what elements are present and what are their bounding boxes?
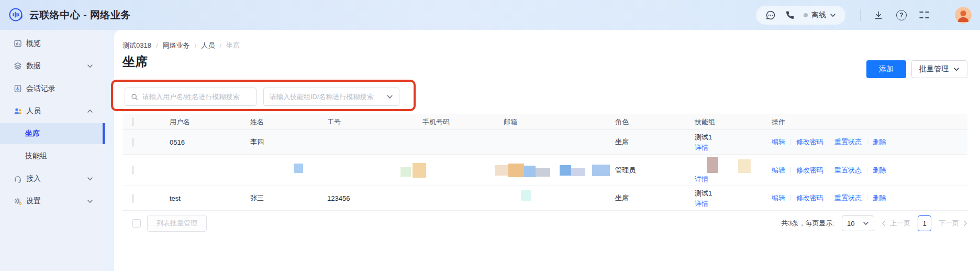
cell-username: test — [170, 194, 250, 202]
sidebar-item-data[interactable]: 数据 — [0, 56, 105, 77]
breadcrumb-separator: / — [156, 42, 158, 50]
cell-skill-group: 详情 — [695, 157, 772, 183]
chevron-up-icon — [87, 108, 93, 114]
skill-group-search-select[interactable] — [263, 88, 399, 106]
breadcrumb-separator: / — [219, 42, 221, 50]
sidebar-item-overview[interactable]: 概览 — [0, 33, 105, 54]
row-checkbox[interactable] — [132, 194, 133, 203]
phone-icon[interactable] — [785, 10, 795, 20]
sidebar-subitem-skill-groups[interactable]: 技能组 — [0, 146, 105, 167]
cell-role: 坐席 — [615, 193, 695, 203]
batch-manage-button[interactable]: 批量管理 — [911, 60, 967, 78]
headset-icon — [14, 175, 22, 183]
user-search-input[interactable] — [125, 88, 257, 106]
status-dot — [804, 13, 808, 17]
status-label: 离线 — [811, 10, 826, 20]
action-delete-link[interactable]: 删除 — [873, 166, 886, 175]
cell-employee-id: 123456 — [327, 194, 422, 202]
chat-icon[interactable] — [765, 10, 776, 20]
prev-page-button[interactable]: 上一页 — [882, 219, 910, 228]
people-icon — [14, 107, 22, 115]
next-page-button[interactable]: 下一页 — [939, 219, 967, 228]
detail-link[interactable]: 详情 — [695, 199, 772, 208]
user-search-field[interactable] — [142, 93, 250, 101]
footer-select-checkbox[interactable] — [132, 219, 141, 227]
layers-icon — [14, 62, 22, 70]
header-divider — [942, 9, 942, 21]
cell-skill-group: 测试1 详情 — [695, 189, 772, 208]
detail-link[interactable]: 详情 — [695, 175, 772, 183]
page-title: 坐席 — [122, 53, 148, 70]
cell-email — [504, 196, 615, 201]
table-row: test 张三 123456 坐席 测试1 详情 编辑 修改密码 重置状态 删除 — [122, 186, 967, 211]
page-size-select[interactable]: 10 — [842, 215, 874, 231]
breadcrumb-item[interactable]: 测试0318 — [122, 41, 151, 50]
action-edit-link[interactable]: 编辑 — [772, 166, 785, 175]
action-change-password-link[interactable]: 修改密码 — [796, 137, 823, 147]
dashboard-icon — [14, 39, 22, 48]
sidebar-item-settings[interactable]: 设置 — [0, 191, 105, 212]
sidebar-subitem-agents[interactable]: 坐席 — [0, 123, 105, 144]
sidebar-item-access[interactable]: 接入 — [0, 168, 105, 189]
chevron-down-icon — [87, 198, 93, 204]
chevron-down-icon — [953, 66, 960, 72]
apps-grid-icon[interactable] — [919, 10, 929, 20]
action-delete-link[interactable]: 删除 — [873, 193, 886, 203]
sidebar-item-session-records[interactable]: 会话记录 — [0, 78, 105, 99]
add-button[interactable]: 添加 — [866, 60, 906, 78]
cell-username: 0516 — [170, 138, 250, 146]
list-batch-manage-button[interactable]: 列表批量管理 — [147, 215, 207, 232]
breadcrumb-current: 坐席 — [226, 41, 240, 50]
breadcrumb-item[interactable]: 人员 — [201, 41, 215, 50]
chevron-down-icon — [863, 220, 869, 226]
current-page-button[interactable]: 1 — [918, 215, 931, 231]
column-header-email: 邮箱 — [504, 117, 615, 127]
action-edit-link[interactable]: 编辑 — [772, 137, 785, 147]
action-reset-status-link[interactable]: 重置状态 — [834, 166, 862, 175]
action-change-password-link[interactable]: 修改密码 — [796, 193, 823, 203]
select-all-checkbox[interactable] — [132, 117, 133, 126]
chevron-down-icon — [386, 93, 393, 100]
action-change-password-link[interactable]: 修改密码 — [796, 166, 823, 175]
action-reset-status-link[interactable]: 重置状态 — [834, 193, 862, 203]
sidebar-item-personnel[interactable]: 人员 — [0, 101, 105, 122]
cell-phone — [422, 163, 504, 178]
cell-role: 坐席 — [615, 137, 695, 147]
row-checkbox[interactable] — [132, 166, 133, 175]
avatar[interactable] — [955, 7, 972, 24]
chevron-down-icon — [87, 63, 93, 69]
detail-link[interactable]: 详情 — [695, 143, 772, 152]
help-icon[interactable]: ? — [896, 10, 907, 20]
agent-status-dropdown[interactable]: 离线 — [804, 10, 836, 20]
action-delete-link[interactable]: 删除 — [873, 137, 886, 147]
table-row: 0516 李四 坐席 测试1 详情 编辑 修改密码 重置状态 删除 — [122, 130, 967, 155]
session-record-icon — [14, 84, 22, 93]
agents-table: 用户名 姓名 工号 手机号码 邮箱 角色 技能组 操作 0516 李四 坐席 测… — [122, 114, 967, 236]
action-edit-link[interactable]: 编辑 — [772, 193, 785, 203]
breadcrumb-separator: / — [195, 42, 197, 50]
sidebar: 概览 数据 会话记录 人员 — [0, 30, 105, 271]
download-icon[interactable] — [873, 10, 884, 20]
cell-role: 管理员 — [615, 166, 695, 175]
cell-name: 李四 — [250, 137, 327, 147]
app-logo-icon — [8, 7, 24, 23]
skill-group-search-field[interactable] — [270, 93, 382, 101]
cell-actions: 编辑 修改密码 重置状态 删除 — [772, 166, 967, 175]
column-header-skill-group: 技能组 — [695, 117, 772, 127]
row-checkbox[interactable] — [132, 138, 133, 147]
column-header-role: 角色 — [615, 117, 695, 127]
column-header-actions: 操作 — [772, 117, 967, 127]
cell-name: 张三 — [250, 193, 327, 203]
redacted-mosaic — [495, 164, 615, 177]
table-footer: 列表批量管理 共3条，每页显示: 10 上一页 1 — [122, 211, 967, 236]
app-header: 云联络中心 - 网络业务 离线 — [0, 0, 980, 30]
breadcrumb-item[interactable]: 网络业务 — [163, 41, 190, 50]
brand: 云联络中心 - 网络业务 — [8, 7, 131, 23]
chevron-right-icon — [963, 220, 967, 226]
header-divider — [860, 9, 861, 21]
action-reset-status-link[interactable]: 重置状态 — [834, 137, 862, 147]
cell-email — [504, 164, 615, 177]
redacted-mosaic — [695, 157, 772, 173]
chevron-down-icon — [87, 176, 93, 182]
cell-skill-group: 测试1 详情 — [695, 133, 772, 152]
